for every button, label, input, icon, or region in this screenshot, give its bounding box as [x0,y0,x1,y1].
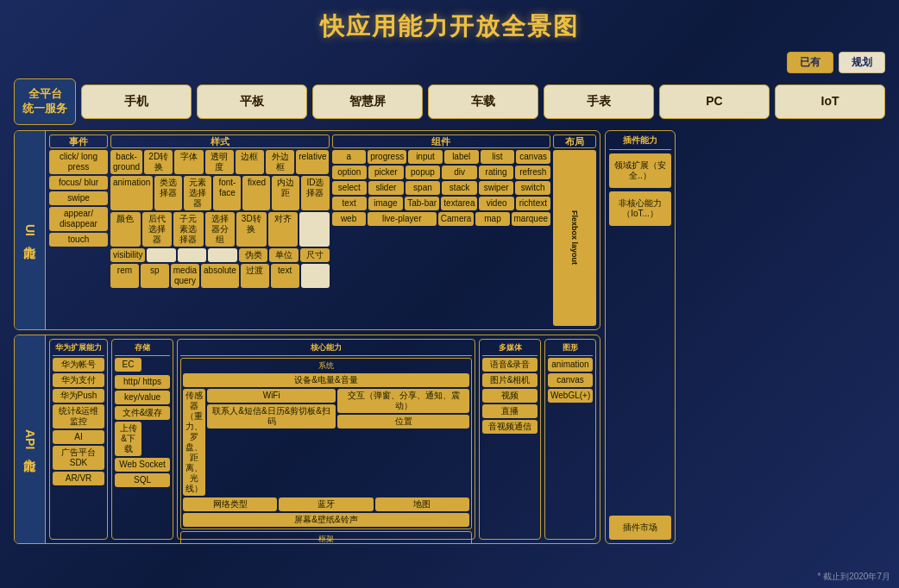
style-align: 对齐 [268,212,299,247]
sys-location: 位置 [337,415,469,428]
comp-popup: popup [405,166,441,179]
style-empty1 [299,212,330,247]
huawei-arvr: AR/VR [53,472,104,485]
comp-stack: stack [442,181,477,195]
comp-swiper: swiper [479,181,514,195]
comp-switch: switch [515,181,550,195]
storage-sql: SQL [115,473,170,487]
comp-option: option [332,166,368,179]
style-id-sel: ID选择器 [301,176,329,210]
style-text: text [271,264,299,288]
style-unit: 单位 [269,248,299,262]
sys-screen: 屏幕&壁纸&铃声 [183,513,469,527]
style-elem-sel: 元素选择器 [184,176,211,210]
zujian-title: 组件 [332,134,551,148]
style-empty5 [301,264,330,288]
platform-item-mobile: 手机 [81,84,192,119]
comp-richtext: richtext [516,197,550,210]
storage-ec: EC [115,358,141,372]
style-class-sel: 类选择器 [154,176,182,210]
media-voice: 语音&录音 [482,358,538,372]
huawei-push: 华为Push [53,389,104,403]
style-font-face: font-face [213,176,241,210]
style-outline: 外边框 [266,150,294,174]
style-3d: 3D转换 [236,212,267,247]
graphics-webgl: WebGL(+) [548,389,593,403]
comp-div: div [442,166,477,179]
style-rem: rem [110,264,139,288]
event-focus: focus/ blur [49,176,108,190]
storage-websocket: Web Socket [115,458,170,472]
comp-picker: picker [368,166,404,179]
plugin-non-core: 非核心能力（IoT...） [609,191,671,226]
comp-refresh: refresh [515,166,550,179]
comp-map: map [475,212,509,226]
jiagou-title: 框架 [183,534,469,544]
style-sp: sp [141,264,169,288]
sys-network: 网络类型 [183,497,277,511]
comp-progress: progress [368,150,406,164]
storage-title: 存储 [115,342,170,356]
platform-item-car: 车载 [428,84,538,119]
huawei-ads: 广告平台SDK [53,446,104,470]
media-live: 直播 [482,404,538,418]
media-video: 视频 [482,389,538,403]
platform-row: 全平台统一服务 手机 平板 智慧屏 车载 手表 PC IoT [14,78,885,125]
comp-canvas: canvas [516,150,550,164]
event-click: click/ long press [49,150,108,174]
comp-slider: slider [368,181,404,195]
huawei-stats: 统计&运维监控 [53,404,104,428]
media-title: 多媒体 [482,342,538,356]
event-appear: appear/ disappear [49,207,108,231]
sys-title: 系统 [183,360,469,372]
legend-row: 已有 规划 [14,52,885,73]
page-title: 快应用能力开放全景图 [14,10,885,43]
style-group-sel: 选择器分组 [205,212,236,247]
style-media-query: media query [171,264,199,288]
plugin-title: 插件能力 [609,134,671,150]
core-title: 核心能力 [180,342,472,356]
media-camera: 图片&相机 [482,373,538,387]
style-pseudo: 伪类 [239,248,268,262]
comp-marquee: marquee [512,212,550,226]
style-empty2 [147,248,176,262]
shijian-title: 事件 [49,134,108,148]
legend-guihua-btn[interactable]: 规划 [839,52,885,73]
comp-video: video [479,197,513,210]
sys-wifi: WiFi [207,389,336,403]
storage-upload: 上传&下载 [115,422,141,456]
graphics-animation: animation [548,358,593,372]
storage-file: 文件&缓存 [115,406,170,420]
comp-input: input [408,150,443,164]
event-touch: touch [49,233,108,247]
event-swipe: swipe [49,191,108,205]
comp-liveplayer: live-player [368,212,437,226]
sys-contact: 联系人&短信&日历&剪切板&扫码 [207,404,336,428]
sys-device: 设备&电量&音量 [183,373,469,387]
platform-item-tablet: 平板 [197,84,307,119]
style-absolute: absolute [201,264,239,288]
media-av: 音视频通信 [482,420,538,434]
style-2d: 2D转换 [144,150,173,174]
comp-text: text [332,197,367,210]
storage-http: http/ https [115,375,170,389]
watermark: * 截止到2020年7月 [818,571,890,583]
style-transition: 过渡 [241,264,269,288]
style-relative: relative [296,150,329,174]
comp-camera: Camera [438,212,475,226]
style-animation: animation [110,176,153,210]
legend-yiyou-btn[interactable]: 已有 [787,52,833,73]
platform-item-smart-screen: 智慧屏 [312,84,423,119]
style-child-sel: 子元素选择器 [173,212,204,247]
comp-select: select [332,181,368,195]
huawei-ai: AI [53,430,104,444]
sys-map: 地图 [375,497,469,511]
platform-items: 手机 平板 智慧屏 车载 手表 PC IoT [81,84,885,119]
main-container: 快应用能力开放全景图 已有 规划 全平台统一服务 手机 平板 智慧屏 车载 手表… [0,0,899,588]
huawei-title: 华为扩展能力 [53,342,104,356]
yangshi-title: 样式 [110,134,330,148]
plugin-domain: 领域扩展（安全..） [609,153,671,188]
style-font: 字体 [174,150,203,174]
style-color: 颜色 [110,212,141,247]
platform-item-iot: IoT [775,84,885,119]
